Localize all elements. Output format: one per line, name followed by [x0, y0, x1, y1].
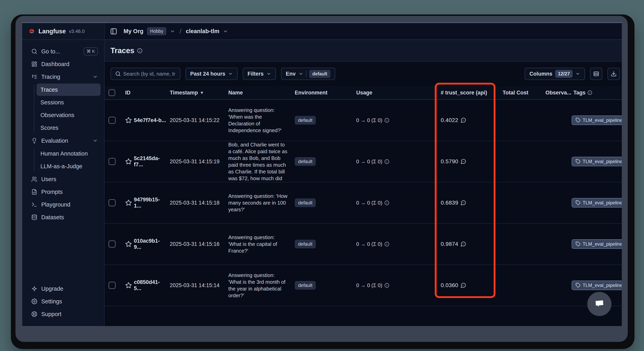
comment-bubble-icon[interactable] [460, 241, 466, 247]
column-header-name[interactable]: Name [226, 90, 292, 96]
select-all-checkbox[interactable] [108, 89, 115, 96]
environment-badge: default [295, 281, 316, 290]
sidebar-item-datasets[interactable]: Datasets [26, 211, 100, 224]
sidebar-item-upgrade[interactable]: Upgrade [26, 282, 100, 295]
project-name[interactable]: cleanlab-tlm [186, 28, 219, 35]
tag-icon [576, 200, 581, 205]
main-area: My Org Hobby / cleanlab-tlm Traces Past … [104, 23, 622, 326]
star-icon[interactable] [125, 158, 132, 165]
column-header-observations[interactable]: Observa... [540, 90, 570, 96]
sidebar-item-support[interactable]: Support [26, 308, 100, 320]
tag-chip[interactable]: TLM_eval_pipeline [572, 157, 622, 166]
env-label: Env [286, 71, 296, 77]
chevron-down-icon [92, 138, 98, 143]
comment-bubble-icon[interactable] [460, 200, 466, 206]
sidebar-item-llm-as-a-judge[interactable]: LLM-as-a-Judge [36, 160, 100, 172]
sessions-label: Sessions [40, 99, 64, 106]
sidebar-item-tracing[interactable]: Tracing [26, 71, 100, 83]
sidebar-item-users[interactable]: Users [26, 173, 100, 186]
star-icon[interactable] [125, 117, 132, 124]
sidebar-footer: Upgrade Settings Support [22, 282, 104, 326]
sidebar-item-traces[interactable]: Traces [36, 84, 100, 96]
columns-button[interactable]: Columns 12/27 [524, 68, 585, 80]
env-filter-button[interactable]: Env default [281, 68, 335, 80]
trace-name: Answering question: 'What is the capital… [228, 234, 292, 254]
environment-badge: default [295, 240, 316, 248]
trace-id[interactable]: 94799b15-1... [134, 197, 167, 209]
panel-left-toggle-icon[interactable] [110, 28, 117, 35]
table-body: 54e7f7e4-b... 2025-03-31 14:15:22 Answer… [104, 100, 622, 306]
column-header-total-cost[interactable]: Total Cost [496, 90, 540, 96]
page-header: Traces [104, 40, 622, 62]
search-input[interactable] [123, 71, 176, 77]
trace-id[interactable]: 54e7f7e4-b... [134, 117, 166, 123]
trust-score-value: 0.9874 [441, 241, 458, 247]
trace-id[interactable]: c0850d41-5... [134, 279, 167, 291]
environment-badge: default [295, 157, 316, 166]
sidebar-item-sessions[interactable]: Sessions [36, 96, 100, 109]
sidebar-item-observations[interactable]: Observations [36, 109, 100, 121]
users-icon [31, 176, 37, 182]
row-checkbox[interactable] [108, 158, 116, 165]
trace-id[interactable]: 5c2145da-f7... [134, 155, 167, 168]
column-header-trust-score[interactable]: # trust_score (api) [435, 90, 496, 96]
sidebar-item-scores[interactable]: Scores [36, 122, 100, 134]
column-header-usage[interactable]: Usage [354, 90, 435, 96]
filters-button[interactable]: Filters [243, 68, 276, 80]
tag-label: TLM_eval_pipeline [583, 200, 622, 206]
settings-label: Settings [41, 298, 62, 305]
table-row[interactable]: 5c2145da-f7... 2025-03-31 14:15:19 Bob, … [104, 141, 622, 182]
sidebar-item-evaluation[interactable]: Evaluation [26, 134, 100, 147]
database-icon [31, 214, 37, 220]
column-header-tags[interactable]: Tags [570, 90, 622, 96]
tag-icon [576, 283, 581, 288]
device-bezel: Langfuse v3.46.0 Go to... ⌘ K Dashboard … [16, 16, 628, 342]
chevron-down-icon [228, 72, 233, 76]
row-height-button[interactable] [590, 68, 602, 80]
sidebar-item-prompts[interactable]: Prompts [26, 186, 100, 198]
chat-widget-button[interactable] [587, 292, 612, 316]
sidebar-item-human-annotation[interactable]: Human Annotation [36, 147, 100, 160]
tag-chip[interactable]: TLM_eval_pipeline [572, 280, 622, 290]
column-header-environment[interactable]: Environment [292, 90, 354, 96]
trace-id[interactable]: 010ac9b1-9... [134, 238, 167, 250]
table-row[interactable]: 94799b15-1... 2025-03-31 14:15:18 Answer… [104, 182, 622, 224]
sidebar-item-dashboard[interactable]: Dashboard [26, 58, 100, 71]
row-checkbox[interactable] [108, 282, 116, 289]
star-icon[interactable] [125, 199, 132, 206]
comment-bubble-icon[interactable] [460, 159, 466, 164]
llm-judge-label: LLM-as-a-Judge [40, 163, 82, 170]
row-checkbox[interactable] [108, 240, 116, 248]
trace-timestamp: 2025-03-31 14:15:18 [170, 200, 220, 206]
star-icon[interactable] [125, 241, 132, 247]
comment-bubble-icon[interactable] [460, 282, 466, 288]
sidebar-item-goto[interactable]: Go to... ⌘ K [26, 45, 100, 58]
star-icon[interactable] [125, 282, 132, 289]
prompts-label: Prompts [41, 189, 63, 195]
chevron-down-icon[interactable] [223, 29, 228, 34]
row-checkbox[interactable] [108, 117, 116, 124]
traces-label: Traces [40, 87, 58, 93]
sidebar-header: Langfuse v3.46.0 [22, 23, 104, 40]
rows-icon [593, 71, 599, 77]
time-range-button[interactable]: Past 24 hours [186, 68, 238, 80]
row-checkbox[interactable] [108, 199, 116, 206]
table-row[interactable]: 54e7f7e4-b... 2025-03-31 14:15:22 Answer… [104, 100, 622, 141]
export-download-button[interactable] [608, 68, 620, 80]
column-header-id[interactable]: ID [122, 90, 167, 96]
comment-bubble-icon[interactable] [460, 117, 466, 123]
chevron-down-icon[interactable] [170, 29, 175, 34]
tag-chip[interactable]: TLM_eval_pipeline [572, 116, 622, 125]
sidebar-item-settings[interactable]: Settings [26, 295, 100, 308]
sidebar-item-playground[interactable]: Playground [26, 198, 100, 211]
org-name[interactable]: My Org [124, 28, 144, 35]
evaluation-label: Evaluation [41, 138, 68, 144]
trace-name: Answering question: 'What is the 3rd mon… [228, 272, 292, 299]
upgrade-label: Upgrade [41, 285, 63, 292]
tag-chip[interactable]: TLM_eval_pipeline [572, 239, 622, 249]
column-header-timestamp[interactable]: Timestamp▼ [167, 90, 226, 96]
trust-score-value: 0.6839 [441, 200, 458, 206]
table-row[interactable]: 010ac9b1-9... 2025-03-31 14:15:16 Answer… [104, 224, 622, 265]
tag-chip[interactable]: TLM_eval_pipeline [572, 198, 622, 208]
table-row[interactable]: c0850d41-5... 2025-03-31 14:15:14 Answer… [104, 265, 622, 306]
